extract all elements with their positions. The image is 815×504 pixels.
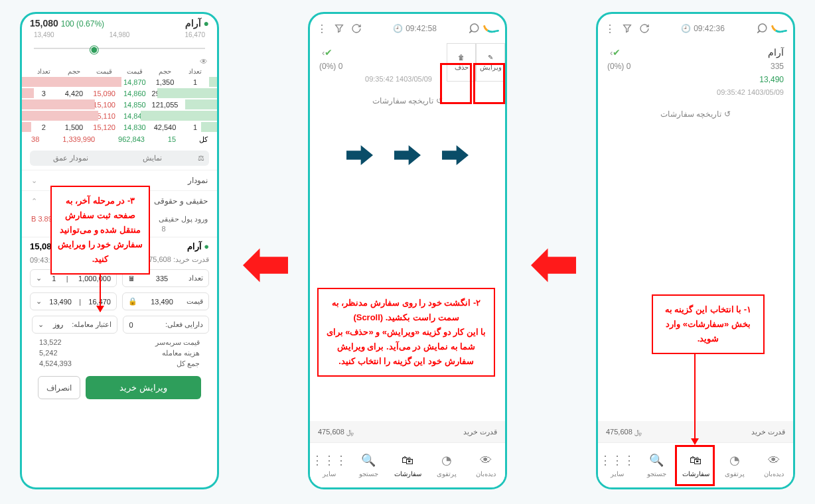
- nav-other[interactable]: ⋮⋮⋮سایر: [310, 443, 349, 487]
- swipe-actions: 🗑حذف ✎ویرایش: [447, 43, 505, 82]
- swipe-hint-arrows: [310, 145, 505, 165]
- cancel-button[interactable]: انصراف: [38, 376, 80, 399]
- clock-text: 09:42:58: [406, 24, 437, 33]
- more-icon[interactable]: ⋮: [317, 23, 327, 35]
- flow-arrow: [243, 247, 288, 284]
- filter-icon[interactable]: [334, 23, 344, 34]
- orders-icon: 🛍: [690, 454, 702, 468]
- lock-icon: 🔒: [128, 297, 137, 306]
- search-icon: 🔍: [649, 453, 664, 468]
- nav-orders[interactable]: 🛍سفارشات: [676, 443, 715, 487]
- history-icon: ↺: [436, 96, 443, 105]
- order-summary: قیمت سربه‌سر13,522 هزینه معامله5,242 جمع…: [30, 334, 209, 371]
- nav-orders[interactable]: 🛍سفارشات: [388, 443, 427, 487]
- symbol-name: آرام: [185, 18, 201, 29]
- nav-search[interactable]: 🔍جستجو: [349, 443, 388, 487]
- watch-icon[interactable]: 👁: [22, 57, 217, 66]
- check-icon: ✔: [613, 47, 621, 58]
- depth-row: 1387,52214,84015,110384,4572: [22, 110, 217, 121]
- nav-portfolio[interactable]: ◔پرتفوی: [715, 443, 754, 487]
- clock-icon: 🕘: [681, 24, 691, 33]
- brand-swoosh-icon: [771, 23, 787, 34]
- search-icon: 🔍: [361, 453, 376, 468]
- clock-text: 09:42:36: [694, 24, 725, 33]
- order-item[interactable]: آرام ✔› 335 0 (0%) 13,490 1403/05/09 09:…: [598, 43, 793, 97]
- bottom-nav: 👁دیده‌بان ◔پرتفوی 🛍سفارشات 🔍جستجو ⋮⋮⋮سای…: [310, 442, 505, 487]
- eye-icon: 👁: [768, 454, 780, 468]
- nav-portfolio[interactable]: ◔پرتفوی: [427, 443, 466, 487]
- more-icon[interactable]: ⋮: [605, 23, 615, 35]
- order-item-swiped[interactable]: 🗑حذف ✎ویرایش ✔› 0 (0%) 1403/05/09 09:35:…: [310, 43, 505, 84]
- price-field[interactable]: قیمت13,490🔒: [122, 292, 209, 310]
- price-axis: 13,49014,98016,470: [22, 30, 217, 40]
- buying-power-value: 475,608: [606, 428, 632, 436]
- grid-icon: ⋮⋮⋮: [599, 453, 635, 468]
- topbar: ⋮ 🕘09:42:58: [310, 14, 505, 43]
- trash-icon: 🗑: [458, 54, 465, 61]
- depth-tabs[interactable]: ⚖نمایشنمودار عمق: [30, 151, 209, 166]
- price-change: 100 (0.67%): [61, 19, 104, 29]
- grid-icon: ⋮⋮⋮: [311, 453, 347, 468]
- calc-icon: 🖩: [128, 275, 135, 283]
- callout-step3: ۳- در مرحله آخر، به صفحه ثبت سفارش منتقل…: [50, 186, 150, 275]
- last-price: 15,080: [30, 18, 58, 29]
- buying-power-label: قدرت خرید: [751, 428, 785, 436]
- nav-watchlist[interactable]: 👁دیده‌بان: [466, 443, 505, 487]
- brand-swoosh-icon: [483, 23, 499, 34]
- depth-row: 1121,05514,85015,100372,3004: [22, 99, 217, 110]
- history-icon: ↺: [724, 109, 731, 119]
- action-delete[interactable]: 🗑حذف: [447, 43, 476, 82]
- nav-watchlist[interactable]: 👁دیده‌بان: [754, 443, 793, 487]
- callout-step2: ۲- انگشت خود را روی سفارش مدنظر، به سمت …: [317, 288, 495, 377]
- chevron-up-icon: ⌃: [31, 197, 37, 206]
- orders-icon: 🛍: [402, 454, 413, 468]
- screen-orders-swipe: ⋮ 🕘09:42:58 🗑حذف ✎ویرایش ✔› 0 (0%) 1403/…: [308, 12, 507, 489]
- order-symbol: آرام: [768, 47, 784, 58]
- slider-knob-icon: ◉: [89, 42, 100, 56]
- price-slider[interactable]: ◉: [34, 40, 205, 57]
- chevron-down-icon: ⌄: [36, 297, 42, 306]
- flow-arrow: [531, 247, 576, 284]
- order-timestamp: 1403/05/09 09:35:42: [319, 75, 432, 83]
- credit-field[interactable]: اعتبار معامله:روز⌄: [32, 316, 118, 334]
- pie-icon: ◔: [441, 453, 452, 468]
- order-timestamp: 1403/05/09 09:35:42: [607, 88, 784, 96]
- topbar: ⋮ 🕘09:42:36: [598, 14, 793, 43]
- depth-header: تعدادحجمقیمت قیمتحجمتعداد: [22, 66, 217, 76]
- submit-edit-button[interactable]: ویرایش خرید: [86, 376, 201, 399]
- chevron-down-icon: ⌄: [31, 176, 37, 185]
- filter-icon[interactable]: [622, 23, 632, 34]
- asset-field: دارایی فعلی:0: [123, 316, 209, 334]
- depth-row: 2295,25114,86015,0904,4203: [22, 88, 217, 99]
- bottom-nav: 👁دیده‌بان ◔پرتفوی 🛍سفارشات 🔍جستجو ⋮⋮⋮سای…: [598, 442, 793, 487]
- chat-icon[interactable]: [468, 23, 480, 34]
- order-qty: 335: [771, 62, 784, 71]
- chat-icon[interactable]: [756, 23, 768, 34]
- refresh-icon[interactable]: [351, 23, 362, 34]
- chevron-down-icon: ⌄: [36, 274, 42, 283]
- refresh-icon[interactable]: [639, 23, 650, 34]
- chevron-down-icon: ⌄: [38, 320, 44, 329]
- depth-row: 142,54014,83015,1201,5002: [22, 121, 217, 133]
- buying-power-bar: قدرت خرید 475,608 ﷼: [310, 421, 505, 442]
- clock-icon: 🕘: [393, 24, 403, 33]
- action-edit[interactable]: ✎ویرایش: [476, 43, 505, 82]
- order-filled: 0 (0%): [607, 62, 630, 71]
- nav-other[interactable]: ⋮⋮⋮سایر: [598, 443, 637, 487]
- order-price: 13,490: [759, 75, 784, 84]
- screen-orders-list: ⋮ 🕘09:42:36 آرام ✔› 335 0 (0%) 13,490 14…: [596, 12, 795, 489]
- order-filled: 0 (0%): [319, 62, 342, 71]
- depth-row: 11,35014,87015,080547,28013: [22, 76, 217, 88]
- order-history-link[interactable]: ↺تاریخچه سفارشات: [598, 109, 793, 119]
- callout-step1: ۱- با انتخاب این گزینه به بخش «سفارشات» …: [652, 294, 765, 354]
- edit-icon: ✎: [488, 54, 493, 61]
- symbol-header: ● آرام 15,080 100 (0.67%): [22, 14, 217, 30]
- nav-search[interactable]: 🔍جستجو: [637, 443, 676, 487]
- eye-icon: 👁: [480, 454, 492, 468]
- pie-icon: ◔: [729, 453, 740, 468]
- check-icon: ✔: [325, 47, 333, 58]
- order-history-link[interactable]: ↺تاریخچه سفارشات: [310, 96, 505, 105]
- depth-total: کل 15 962,843 1,339,990 38: [22, 133, 217, 147]
